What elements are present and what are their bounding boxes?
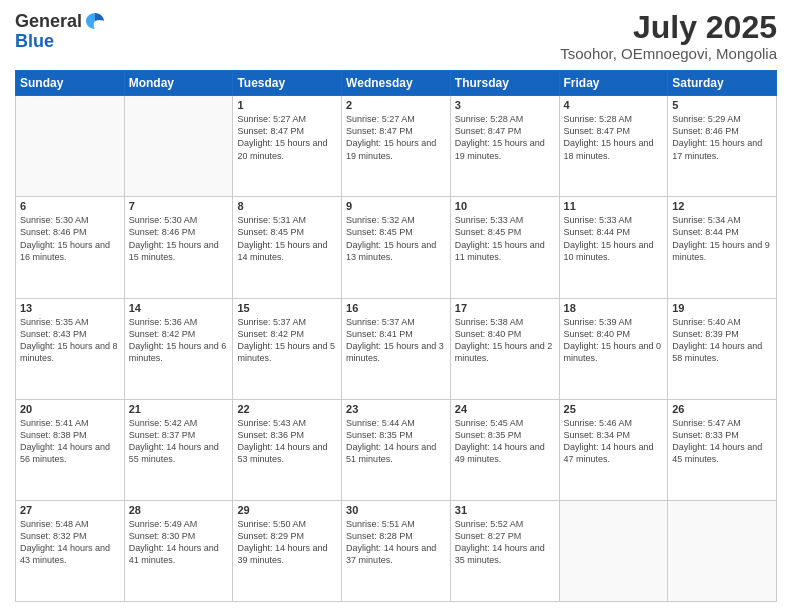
header: General Blue July 2025 Tsoohor, OEmnoego… <box>15 10 777 62</box>
calendar-week-row: 20Sunrise: 5:41 AMSunset: 8:38 PMDayligh… <box>16 399 777 500</box>
logo-text-blue: Blue <box>15 32 106 50</box>
day-number: 3 <box>455 99 555 111</box>
day-info: Sunrise: 5:44 AMSunset: 8:35 PMDaylight:… <box>346 417 446 466</box>
day-info: Sunrise: 5:30 AMSunset: 8:46 PMDaylight:… <box>20 214 120 263</box>
calendar-table: Sunday Monday Tuesday Wednesday Thursday… <box>15 70 777 602</box>
table-row: 4Sunrise: 5:28 AMSunset: 8:47 PMDaylight… <box>559 96 668 197</box>
day-info: Sunrise: 5:51 AMSunset: 8:28 PMDaylight:… <box>346 518 446 567</box>
day-number: 30 <box>346 504 446 516</box>
table-row: 9Sunrise: 5:32 AMSunset: 8:45 PMDaylight… <box>342 197 451 298</box>
day-number: 20 <box>20 403 120 415</box>
day-number: 31 <box>455 504 555 516</box>
day-info: Sunrise: 5:33 AMSunset: 8:45 PMDaylight:… <box>455 214 555 263</box>
day-number: 14 <box>129 302 229 314</box>
col-monday: Monday <box>124 71 233 96</box>
table-row: 7Sunrise: 5:30 AMSunset: 8:46 PMDaylight… <box>124 197 233 298</box>
day-number: 19 <box>672 302 772 314</box>
day-info: Sunrise: 5:39 AMSunset: 8:40 PMDaylight:… <box>564 316 664 365</box>
day-number: 9 <box>346 200 446 212</box>
table-row: 28Sunrise: 5:49 AMSunset: 8:30 PMDayligh… <box>124 500 233 601</box>
day-info: Sunrise: 5:48 AMSunset: 8:32 PMDaylight:… <box>20 518 120 567</box>
day-info: Sunrise: 5:28 AMSunset: 8:47 PMDaylight:… <box>564 113 664 162</box>
day-number: 28 <box>129 504 229 516</box>
table-row: 10Sunrise: 5:33 AMSunset: 8:45 PMDayligh… <box>450 197 559 298</box>
day-info: Sunrise: 5:34 AMSunset: 8:44 PMDaylight:… <box>672 214 772 263</box>
table-row: 15Sunrise: 5:37 AMSunset: 8:42 PMDayligh… <box>233 298 342 399</box>
table-row: 5Sunrise: 5:29 AMSunset: 8:46 PMDaylight… <box>668 96 777 197</box>
day-info: Sunrise: 5:52 AMSunset: 8:27 PMDaylight:… <box>455 518 555 567</box>
table-row <box>16 96 125 197</box>
day-number: 7 <box>129 200 229 212</box>
day-number: 21 <box>129 403 229 415</box>
logo-text-general: General <box>15 12 82 30</box>
day-info: Sunrise: 5:27 AMSunset: 8:47 PMDaylight:… <box>346 113 446 162</box>
page-subtitle: Tsoohor, OEmnoegovi, Mongolia <box>560 45 777 62</box>
col-tuesday: Tuesday <box>233 71 342 96</box>
day-number: 11 <box>564 200 664 212</box>
day-info: Sunrise: 5:35 AMSunset: 8:43 PMDaylight:… <box>20 316 120 365</box>
table-row: 26Sunrise: 5:47 AMSunset: 8:33 PMDayligh… <box>668 399 777 500</box>
table-row: 13Sunrise: 5:35 AMSunset: 8:43 PMDayligh… <box>16 298 125 399</box>
table-row: 16Sunrise: 5:37 AMSunset: 8:41 PMDayligh… <box>342 298 451 399</box>
day-info: Sunrise: 5:42 AMSunset: 8:37 PMDaylight:… <box>129 417 229 466</box>
table-row: 3Sunrise: 5:28 AMSunset: 8:47 PMDaylight… <box>450 96 559 197</box>
calendar-week-row: 13Sunrise: 5:35 AMSunset: 8:43 PMDayligh… <box>16 298 777 399</box>
day-info: Sunrise: 5:29 AMSunset: 8:46 PMDaylight:… <box>672 113 772 162</box>
table-row: 14Sunrise: 5:36 AMSunset: 8:42 PMDayligh… <box>124 298 233 399</box>
table-row: 18Sunrise: 5:39 AMSunset: 8:40 PMDayligh… <box>559 298 668 399</box>
col-sunday: Sunday <box>16 71 125 96</box>
day-number: 16 <box>346 302 446 314</box>
day-number: 17 <box>455 302 555 314</box>
col-saturday: Saturday <box>668 71 777 96</box>
logo: General Blue <box>15 10 106 50</box>
day-number: 18 <box>564 302 664 314</box>
day-info: Sunrise: 5:28 AMSunset: 8:47 PMDaylight:… <box>455 113 555 162</box>
day-number: 26 <box>672 403 772 415</box>
calendar-body: 1Sunrise: 5:27 AMSunset: 8:47 PMDaylight… <box>16 96 777 602</box>
day-info: Sunrise: 5:43 AMSunset: 8:36 PMDaylight:… <box>237 417 337 466</box>
day-info: Sunrise: 5:50 AMSunset: 8:29 PMDaylight:… <box>237 518 337 567</box>
day-info: Sunrise: 5:41 AMSunset: 8:38 PMDaylight:… <box>20 417 120 466</box>
day-number: 29 <box>237 504 337 516</box>
day-number: 4 <box>564 99 664 111</box>
table-row: 30Sunrise: 5:51 AMSunset: 8:28 PMDayligh… <box>342 500 451 601</box>
day-number: 13 <box>20 302 120 314</box>
day-info: Sunrise: 5:30 AMSunset: 8:46 PMDaylight:… <box>129 214 229 263</box>
table-row: 11Sunrise: 5:33 AMSunset: 8:44 PMDayligh… <box>559 197 668 298</box>
table-row: 31Sunrise: 5:52 AMSunset: 8:27 PMDayligh… <box>450 500 559 601</box>
title-block: July 2025 Tsoohor, OEmnoegovi, Mongolia <box>560 10 777 62</box>
day-number: 6 <box>20 200 120 212</box>
table-row: 6Sunrise: 5:30 AMSunset: 8:46 PMDaylight… <box>16 197 125 298</box>
calendar-week-row: 27Sunrise: 5:48 AMSunset: 8:32 PMDayligh… <box>16 500 777 601</box>
table-row: 2Sunrise: 5:27 AMSunset: 8:47 PMDaylight… <box>342 96 451 197</box>
day-info: Sunrise: 5:38 AMSunset: 8:40 PMDaylight:… <box>455 316 555 365</box>
day-info: Sunrise: 5:37 AMSunset: 8:42 PMDaylight:… <box>237 316 337 365</box>
col-thursday: Thursday <box>450 71 559 96</box>
table-row: 12Sunrise: 5:34 AMSunset: 8:44 PMDayligh… <box>668 197 777 298</box>
table-row: 29Sunrise: 5:50 AMSunset: 8:29 PMDayligh… <box>233 500 342 601</box>
table-row <box>668 500 777 601</box>
table-row <box>124 96 233 197</box>
day-number: 25 <box>564 403 664 415</box>
table-row: 27Sunrise: 5:48 AMSunset: 8:32 PMDayligh… <box>16 500 125 601</box>
day-number: 27 <box>20 504 120 516</box>
day-number: 22 <box>237 403 337 415</box>
day-info: Sunrise: 5:27 AMSunset: 8:47 PMDaylight:… <box>237 113 337 162</box>
page: General Blue July 2025 Tsoohor, OEmnoego… <box>0 0 792 612</box>
day-number: 12 <box>672 200 772 212</box>
col-friday: Friday <box>559 71 668 96</box>
day-number: 5 <box>672 99 772 111</box>
calendar-header-row: Sunday Monday Tuesday Wednesday Thursday… <box>16 71 777 96</box>
page-title: July 2025 <box>560 10 777 45</box>
col-wednesday: Wednesday <box>342 71 451 96</box>
table-row: 23Sunrise: 5:44 AMSunset: 8:35 PMDayligh… <box>342 399 451 500</box>
day-info: Sunrise: 5:31 AMSunset: 8:45 PMDaylight:… <box>237 214 337 263</box>
table-row: 22Sunrise: 5:43 AMSunset: 8:36 PMDayligh… <box>233 399 342 500</box>
day-number: 1 <box>237 99 337 111</box>
day-info: Sunrise: 5:46 AMSunset: 8:34 PMDaylight:… <box>564 417 664 466</box>
day-info: Sunrise: 5:49 AMSunset: 8:30 PMDaylight:… <box>129 518 229 567</box>
table-row: 24Sunrise: 5:45 AMSunset: 8:35 PMDayligh… <box>450 399 559 500</box>
day-number: 8 <box>237 200 337 212</box>
day-info: Sunrise: 5:33 AMSunset: 8:44 PMDaylight:… <box>564 214 664 263</box>
table-row: 21Sunrise: 5:42 AMSunset: 8:37 PMDayligh… <box>124 399 233 500</box>
